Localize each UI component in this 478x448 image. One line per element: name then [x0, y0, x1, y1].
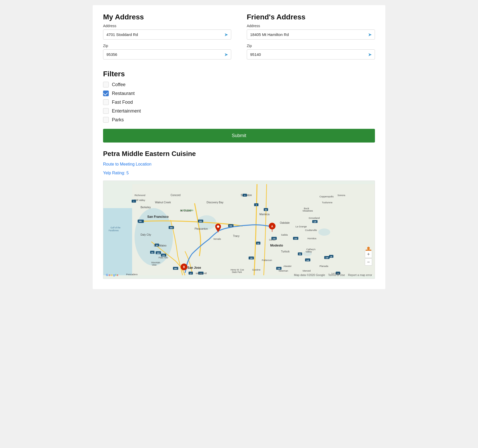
svg-text:Valley: Valley: [306, 250, 312, 253]
result-section: Petra Middle Eastern Cuisine Route to Me…: [103, 150, 375, 175]
filter-item-fast-food: Fast Food: [103, 99, 375, 105]
svg-text:La Grange: La Grange: [295, 225, 307, 228]
svg-rect-6: [132, 184, 375, 275]
svg-text:Meadows: Meadows: [303, 210, 313, 212]
svg-text:Turlock: Turlock: [281, 250, 290, 253]
svg-text:Tracy: Tracy: [233, 235, 240, 237]
friend-zip-input-wrapper: ➤: [247, 49, 375, 59]
friend-zip-input[interactable]: [247, 49, 375, 59]
my-address-location-icon[interactable]: ➤: [224, 32, 228, 38]
friend-zip-label: Zip: [247, 44, 375, 48]
filter-checkbox-parks[interactable]: [103, 117, 109, 123]
svg-text:Sonora: Sonora: [337, 194, 345, 197]
svg-text:130: 130: [250, 257, 253, 259]
svg-text:Atwater: Atwater: [284, 265, 292, 267]
friend-zip-location-icon[interactable]: ➤: [368, 52, 372, 57]
svg-text:Groveland: Groveland: [309, 217, 320, 219]
svg-text:Patterson: Patterson: [262, 259, 272, 262]
terms-of-use-link[interactable]: Terms of Use: [328, 273, 345, 277]
filters-title: Filters: [103, 70, 375, 78]
map-container[interactable]: 580 San Francisco Daly City San Mateo Pa…: [103, 181, 375, 279]
svg-text:Pleasanton: Pleasanton: [194, 227, 208, 230]
friend-address-title: Friend's Address: [247, 13, 375, 21]
svg-text:580: 580: [229, 225, 232, 227]
filter-label-restaurant: Restaurant: [112, 91, 135, 96]
svg-text:580: 580: [139, 220, 142, 222]
svg-text:140: 140: [325, 257, 328, 259]
svg-text:Merced: Merced: [303, 270, 311, 272]
filter-checkbox-entertainment[interactable]: [103, 108, 109, 114]
friend-address-input-wrapper: ➤: [247, 29, 375, 40]
svg-text:View: View: [152, 264, 157, 266]
svg-text:99: 99: [265, 209, 267, 211]
svg-text:132: 132: [273, 238, 276, 240]
google-logo: Google: [106, 273, 118, 277]
svg-text:Berkeley: Berkeley: [141, 206, 151, 209]
svg-text:Pescadero: Pescadero: [126, 273, 137, 276]
svg-text:Mill Valley: Mill Valley: [135, 199, 145, 201]
svg-text:Farallones: Farallones: [108, 229, 119, 232]
svg-text:280: 280: [157, 252, 160, 254]
svg-text:Palo Alto: Palo Alto: [158, 256, 168, 259]
svg-text:880: 880: [174, 268, 177, 270]
map-footer: Map data ©2020 Google Terms of Use Repor…: [294, 273, 372, 277]
friend-address-label: Address: [247, 24, 375, 28]
zoom-out-button[interactable]: −: [365, 258, 372, 266]
filter-checkbox-fast-food[interactable]: [103, 99, 109, 105]
svg-text:132: 132: [294, 238, 297, 240]
my-zip-input[interactable]: [103, 49, 231, 59]
my-zip-location-icon[interactable]: ➤: [224, 52, 228, 57]
svg-rect-2: [103, 208, 132, 275]
friend-address-input[interactable]: [247, 29, 375, 40]
svg-text:Morgan Hill: Morgan Hill: [196, 272, 207, 275]
svg-text:880: 880: [170, 227, 173, 229]
my-address-input-wrapper: ➤: [103, 29, 231, 40]
filters-section: Filters CoffeeRestaurantFast FoodEnterta…: [103, 70, 375, 123]
my-address-input[interactable]: [103, 29, 231, 40]
svg-text:33: 33: [257, 243, 259, 244]
svg-text:59: 59: [299, 253, 301, 255]
filter-label-fast-food: Fast Food: [112, 100, 133, 105]
svg-text:84: 84: [156, 244, 158, 246]
filter-checkbox-restaurant[interactable]: [103, 91, 109, 96]
map-data-text: Map data ©2020 Google: [294, 273, 325, 277]
svg-text:A: A: [271, 225, 273, 228]
friend-address-block: Friend's Address Address ➤ Zip ➤: [247, 13, 375, 64]
svg-text:5: 5: [256, 204, 257, 206]
svg-text:120: 120: [314, 221, 316, 223]
svg-text:Tuolumne: Tuolumne: [322, 201, 332, 204]
svg-text:680: 680: [199, 220, 202, 222]
svg-text:San Jose: San Jose: [187, 266, 201, 270]
top-section: My Address Address ➤ Zip ➤ Friend's Addr…: [103, 13, 375, 64]
svg-text:Oakdale: Oakdale: [280, 221, 290, 224]
svg-text:1: 1: [133, 200, 134, 202]
svg-text:B: B: [183, 266, 185, 268]
my-zip-input-wrapper: ➤: [103, 49, 231, 59]
svg-text:San Francisco: San Francisco: [147, 215, 169, 219]
filter-label-parks: Parks: [112, 117, 124, 123]
svg-text:Daly City: Daly City: [141, 233, 151, 236]
my-address-block: My Address Address ➤ Zip ➤: [103, 13, 231, 64]
friend-address-location-icon[interactable]: ➤: [368, 32, 372, 38]
svg-text:Concord: Concord: [171, 194, 181, 197]
route-to-meeting-link[interactable]: Route to Meeting Location: [103, 162, 375, 167]
filter-item-coffee: Coffee: [103, 82, 375, 87]
svg-text:Discovery Bay: Discovery Bay: [207, 201, 224, 204]
submit-button[interactable]: Submit: [103, 129, 375, 143]
svg-point-115: [367, 247, 370, 249]
report-error-link[interactable]: Report a map error: [348, 273, 372, 277]
svg-text:Salida: Salida: [281, 234, 288, 236]
svg-text:State Park: State Park: [232, 271, 242, 273]
svg-text:140: 140: [306, 259, 309, 261]
svg-text:Gustine: Gustine: [252, 268, 260, 271]
svg-text:Modesto: Modesto: [270, 244, 283, 247]
svg-text:Coulterville: Coulterville: [305, 229, 317, 232]
filter-item-restaurant: Restaurant: [103, 91, 375, 96]
svg-text:Hornitos: Hornitos: [307, 237, 316, 240]
zoom-in-button[interactable]: +: [365, 251, 372, 258]
svg-text:17: 17: [190, 273, 192, 274]
svg-text:4: 4: [244, 195, 245, 196]
filter-checkbox-coffee[interactable]: [103, 82, 109, 87]
yelp-rating[interactable]: Yelp Rating: 5: [103, 171, 375, 175]
filter-item-parks: Parks: [103, 117, 375, 123]
